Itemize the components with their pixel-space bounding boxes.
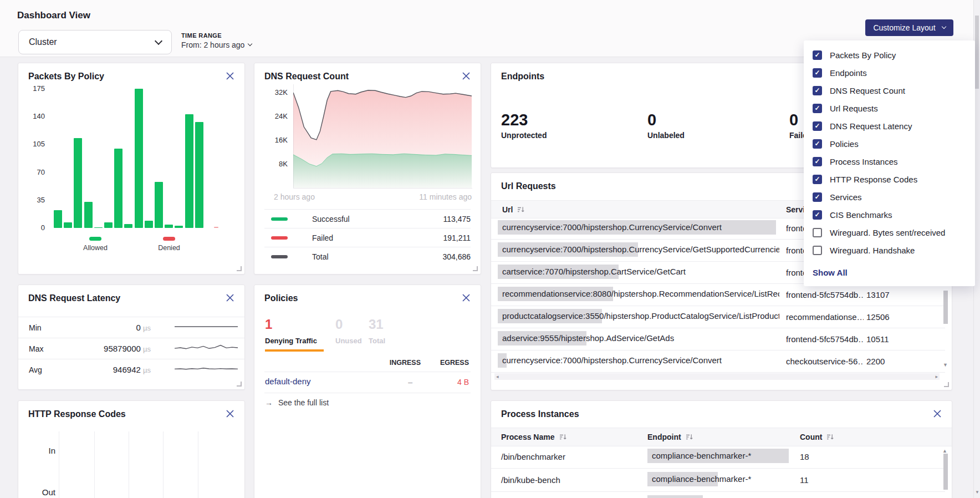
grid-line	[163, 431, 164, 498]
y-axis-tick: 140	[24, 112, 45, 120]
menu-item-endpoints[interactable]: ✓Endpoints	[804, 64, 975, 82]
policies-card: Policies 1 Denying Traffic 0 Unused 31 T…	[254, 284, 481, 498]
endpoint-column-header[interactable]: Endpoint	[647, 433, 800, 441]
latency-row: Avg946942 µs	[18, 359, 244, 380]
menu-item-packets-by-policy[interactable]: ✓Packets By Policy	[804, 46, 975, 64]
table-row[interactable]: /bin/benchmarkercompliance-benchmarker-*…	[491, 445, 945, 469]
menu-item-wireguard-bytes-sent-received[interactable]: Wireguard. Bytes sent/received	[804, 223, 975, 241]
sort-icon[interactable]	[686, 434, 693, 440]
legend-label: Total	[312, 252, 329, 261]
menu-item-policies[interactable]: ✓Policies	[804, 135, 975, 153]
menu-item-dns-request-count[interactable]: ✓DNS Request Count	[804, 82, 975, 99]
checkbox-checked[interactable]: ✓	[813, 139, 822, 149]
y-axis-tick: 0	[24, 223, 45, 232]
customize-layout-button[interactable]: Customize Layout	[865, 19, 953, 36]
view-selector[interactable]: Cluster	[18, 30, 172, 54]
table-row[interactable]: /bin/kube-benchcompliance-benchmarker-*1…	[491, 469, 945, 492]
checkbox-unchecked[interactable]	[813, 246, 822, 255]
table-row[interactable]: benchmarkercompliance-benchmarker-*9	[491, 492, 945, 498]
sort-icon[interactable]	[517, 206, 524, 213]
resize-grip[interactable]	[473, 266, 478, 271]
see-full-list-link[interactable]: → See the full list	[265, 398, 329, 407]
tab-total[interactable]: 31 Total	[369, 317, 385, 345]
url-cell: recommendationservice:8080/hipstershop.R…	[498, 287, 786, 303]
vertical-scrollbar[interactable]	[943, 454, 948, 490]
checkbox-checked[interactable]: ✓	[813, 210, 822, 220]
grid-line	[94, 431, 95, 498]
latency-sparkline	[175, 342, 238, 356]
policy-link[interactable]: default-deny	[265, 377, 311, 386]
horizontal-scrollbar[interactable]: ◂ ▸	[494, 373, 940, 380]
x-axis-label-left: 2 hours ago	[274, 192, 315, 201]
process-name-column-header[interactable]: Process Name	[501, 433, 647, 441]
show-all-link[interactable]: Show All	[813, 268, 848, 277]
http-response-codes-card: HTTP Response Codes InOut	[18, 400, 245, 498]
grid-line	[198, 431, 198, 498]
table-row[interactable]: currencyservice:7000/hipstershop.Currenc…	[491, 350, 945, 373]
bar-allowed	[84, 202, 93, 228]
checkbox-checked[interactable]: ✓	[813, 50, 822, 60]
resize-grip[interactable]	[944, 382, 949, 387]
menu-item-services[interactable]: ✓Services	[804, 188, 975, 206]
tab-denying-traffic[interactable]: 1 Denying Traffic	[265, 317, 324, 352]
checkbox-checked[interactable]: ✓	[813, 121, 822, 131]
service-cell: frontend-5fc5754db…	[786, 290, 864, 299]
table-row[interactable]: adservice:9555/hipstershop.AdService/Get…	[491, 328, 945, 350]
url-cell: currencyservice:7000/hipstershop.Currenc…	[498, 242, 786, 258]
url-column-header[interactable]: Url	[498, 205, 786, 214]
sort-icon[interactable]	[826, 434, 834, 440]
dns-legend: Successful113,475Failed191,211Total304,6…	[264, 209, 471, 266]
legend-swatch	[89, 237, 101, 241]
scrollbar-thumb[interactable]	[975, 16, 979, 89]
resize-grip[interactable]	[237, 266, 242, 271]
checkbox-unchecked[interactable]	[813, 228, 822, 237]
time-range-selector[interactable]: From: 2 hours ago	[181, 40, 252, 49]
menu-item-cis-benchmarks[interactable]: ✓CIS Benchmarks	[804, 206, 975, 223]
packets-bar-chart: 03570105140175AllowedDenied	[18, 63, 244, 274]
close-icon[interactable]	[226, 293, 234, 302]
checkbox-checked[interactable]: ✓	[813, 68, 822, 78]
latency-unit: µs	[143, 366, 151, 374]
close-icon[interactable]	[933, 409, 942, 418]
menu-item-process-instances[interactable]: ✓Process Instances	[804, 153, 975, 170]
legend-label: Successful	[312, 215, 350, 223]
endpoint-cell: compliance-benchmarker-*	[647, 449, 800, 465]
count-column-header[interactable]: Count	[800, 433, 952, 441]
process-instances-card: Process Instances Process NameEndpointCo…	[491, 400, 952, 498]
scroll-down-icon[interactable]: ▼	[943, 363, 948, 368]
checkbox-checked[interactable]: ✓	[813, 157, 822, 166]
dashboard-page: Dashboard View Cluster TIME RANGE From: …	[0, 0, 980, 498]
table-row[interactable]: productcatalogservice:3550/hipstershop.P…	[491, 306, 945, 328]
scroll-down-icon[interactable]: ▼	[975, 490, 979, 495]
dns-request-count-card: DNS Request Count 8K16K24K32K2 hours ago…	[254, 63, 481, 275]
resize-grip[interactable]	[237, 382, 242, 387]
url-chip: productcatalogservice:3550/hipstershop.P…	[498, 309, 779, 323]
table-row[interactable]: recommendationservice:8080/hipstershop.R…	[491, 284, 945, 306]
bar-allowed	[185, 114, 193, 228]
vertical-scrollbar[interactable]	[943, 291, 948, 324]
scroll-left-icon[interactable]: ◂	[496, 374, 499, 379]
checkbox-checked[interactable]: ✓	[813, 192, 822, 202]
checkbox-checked[interactable]: ✓	[813, 175, 822, 184]
bar-allowed	[165, 225, 173, 228]
menu-item-label: Wireguard. Handshake	[830, 246, 915, 255]
scroll-right-icon[interactable]: ▸	[935, 374, 938, 379]
tab-unused[interactable]: 0 Unused	[335, 317, 362, 345]
menu-item-url-requests[interactable]: ✓Url Requests	[804, 99, 975, 117]
scroll-up-icon[interactable]: ▲	[942, 449, 947, 454]
menu-item-wireguard-handshake[interactable]: Wireguard. Handshake	[804, 241, 975, 259]
menu-item-http-response-codes[interactable]: ✓HTTP Response Codes	[804, 170, 975, 188]
checkbox-checked[interactable]: ✓	[813, 104, 822, 113]
menu-item-label: Services	[830, 192, 862, 202]
latency-sparkline	[175, 363, 238, 377]
sort-icon[interactable]	[559, 434, 566, 440]
menu-item-dns-request-latency[interactable]: ✓DNS Request Latency	[804, 117, 975, 135]
legend-value: 304,686	[442, 252, 471, 261]
tab-label: Total	[369, 337, 385, 345]
legend-swatch	[271, 255, 288, 258]
dns-request-latency-card: DNS Request Latency Min0 µsMax95879000 µ…	[18, 284, 245, 390]
legend-row: Failed191,211	[264, 228, 471, 247]
close-icon[interactable]	[462, 293, 471, 302]
checkbox-checked[interactable]: ✓	[813, 86, 822, 95]
process-name-cell: /bin/kube-bench	[501, 475, 647, 485]
